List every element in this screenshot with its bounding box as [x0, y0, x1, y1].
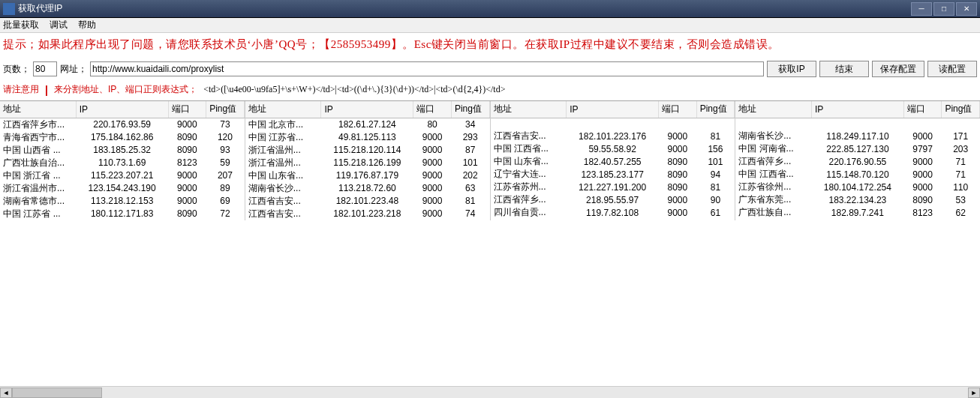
- table-row[interactable]: 中国 山西省 ...183.185.25.32809093: [0, 144, 244, 157]
- table-row[interactable]: 中国 北京市...182.61.27.1248034: [245, 118, 489, 131]
- table-row[interactable]: 江西省萍乡...218.95.55.97900090: [491, 193, 735, 206]
- table-row[interactable]: 浙江省温州...115.218.126.1999000101: [245, 157, 489, 169]
- save-config-button[interactable]: 保存配置: [872, 61, 924, 77]
- table-row[interactable]: 中国 江苏省...49.81.125.1139000293: [245, 131, 489, 144]
- table-row[interactable]: 青海省西宁市...175.184.162.868090120: [0, 131, 244, 144]
- cell-port: 8090: [903, 193, 942, 206]
- stop-button[interactable]: 结束: [819, 61, 869, 77]
- cell-ping: 202: [451, 169, 489, 182]
- table-row[interactable]: [735, 118, 979, 130]
- url-label: 网址；: [60, 63, 87, 76]
- horizontal-scrollbar[interactable]: ◄ ►: [0, 386, 980, 398]
- table-row[interactable]: 中国 江西省...115.148.70.120900071: [735, 168, 979, 181]
- table-row[interactable]: 辽宁省大连...123.185.23.177809094: [491, 168, 735, 181]
- table-row[interactable]: 四川省自贡...119.7.82.108900061: [491, 206, 735, 219]
- column-header-port[interactable]: 端口: [413, 101, 452, 118]
- url-input[interactable]: [90, 61, 764, 76]
- cell-addr: 江西省萍乡市...: [0, 118, 76, 131]
- column-header-port[interactable]: 端口: [168, 101, 206, 118]
- cell-ip: 115.148.70.120: [811, 168, 903, 181]
- cell-port: 9797: [903, 142, 942, 155]
- table-row[interactable]: 广西壮族自...182.89.7.241812362: [735, 206, 979, 219]
- cell-ip: 182.101.223.48: [321, 195, 413, 208]
- column-header-ip[interactable]: IP: [567, 101, 659, 118]
- column-header-port[interactable]: 端口: [659, 101, 697, 118]
- cell-port: 9000: [903, 181, 942, 193]
- column-header-ping[interactable]: Ping值: [696, 101, 735, 118]
- cell-ping: 293: [451, 131, 489, 144]
- pages-label: 页数；: [3, 63, 30, 76]
- column-header-ping[interactable]: Ping值: [206, 101, 245, 118]
- table-row[interactable]: 中国 山东省...119.176.87.1799000202: [245, 169, 489, 182]
- close-button[interactable]: ✕: [956, 2, 977, 16]
- cell-ping: 101: [451, 157, 489, 169]
- column-header-ip[interactable]: IP: [811, 101, 903, 118]
- table-row[interactable]: 浙江省温州...115.218.120.114900087: [245, 144, 489, 157]
- table-row[interactable]: 江西省吉安...182.101.223.218900074: [245, 208, 489, 220]
- cell-port: 9000: [168, 118, 206, 131]
- table-row[interactable]: [491, 118, 735, 130]
- cell-port: 8090: [168, 144, 206, 157]
- column-header-ping[interactable]: Ping值: [942, 101, 980, 118]
- maximize-button[interactable]: □: [933, 2, 954, 16]
- cell-ip: 119.7.82.108: [567, 206, 659, 219]
- cell-addr: 广西壮族自治...: [0, 157, 76, 169]
- pages-input[interactable]: [33, 61, 57, 76]
- table-row[interactable]: 中国 江西省...59.55.58.929000156: [491, 142, 735, 155]
- table-row[interactable]: 江西省吉安...182.101.223.176900081: [491, 130, 735, 142]
- scrollbar-thumb[interactable]: [12, 388, 102, 398]
- table-row[interactable]: 江苏省苏州...121.227.191.200809081: [491, 181, 735, 193]
- table-row[interactable]: 中国 山东省...182.40.57.2558090101: [491, 155, 735, 168]
- cell-addr: 中国 山东省...: [491, 155, 567, 168]
- cell-addr: 江西省萍乡...: [735, 155, 811, 168]
- cell-port: 9000: [659, 130, 697, 142]
- scroll-left-arrow[interactable]: ◄: [0, 388, 12, 398]
- table-row[interactable]: 中国 河南省...222.85.127.1309797203: [735, 142, 979, 155]
- cell-ip: 123.185.23.177: [567, 168, 659, 181]
- column-header-ip[interactable]: IP: [321, 101, 413, 118]
- cell-addr: 江西省吉安...: [245, 208, 321, 220]
- cell-port: 9000: [903, 168, 942, 181]
- cell-ip: 218.95.55.97: [567, 193, 659, 206]
- table-row[interactable]: 湖南省长沙...113.218.72.60900063: [245, 182, 489, 195]
- menu-help[interactable]: 帮助: [78, 19, 96, 31]
- cell-port: 80: [413, 118, 452, 131]
- cell-ping: 81: [696, 181, 735, 193]
- cell-ip: 183.185.25.32: [76, 144, 168, 157]
- column-header-addr[interactable]: 地址: [491, 101, 567, 118]
- column-header-port[interactable]: 端口: [903, 101, 942, 118]
- cell-addr: 浙江省温州市...: [0, 182, 76, 195]
- cell-ping: 171: [942, 130, 980, 142]
- menu-batch[interactable]: 批量获取: [3, 19, 39, 31]
- column-header-addr[interactable]: 地址: [735, 101, 811, 118]
- read-config-button[interactable]: 读配置: [927, 61, 977, 77]
- column-header-ping[interactable]: Ping值: [451, 101, 489, 118]
- column-header-addr[interactable]: 地址: [245, 101, 321, 118]
- table-row[interactable]: 广东省东莞...183.22.134.23809053: [735, 193, 979, 206]
- form-row: 页数； 网址； 获取IP 结束 保存配置 读配置: [0, 59, 980, 79]
- cell-port: 8090: [168, 208, 206, 220]
- table-row[interactable]: 浙江省温州市...123.154.243.190900089: [0, 182, 244, 195]
- attention-label: 请注意用: [3, 83, 39, 96]
- table-row[interactable]: 中国 江苏省 ...180.112.171.83809072: [0, 208, 244, 220]
- scroll-right-arrow[interactable]: ►: [968, 388, 980, 398]
- cell-addr: 中国 河南省...: [735, 142, 811, 155]
- menu-debug[interactable]: 调试: [50, 19, 68, 31]
- table-row[interactable]: 江西省萍乡市...220.176.93.59900073: [0, 118, 244, 131]
- table-row[interactable]: 中国 浙江省 ...115.223.207.219000207: [0, 169, 244, 182]
- column-header-addr[interactable]: 地址: [0, 101, 76, 118]
- minimize-button[interactable]: ─: [911, 2, 932, 16]
- cell-ping: 120: [206, 131, 245, 144]
- table-row[interactable]: 江西省萍乡...220.176.90.55900071: [735, 155, 979, 168]
- table-row[interactable]: 湖南省常德市...113.218.12.153900069: [0, 195, 244, 208]
- cell-port: 9000: [903, 155, 942, 168]
- table-row[interactable]: 湖南省长沙...118.249.117.109000171: [735, 130, 979, 142]
- column-header-ip[interactable]: IP: [76, 101, 168, 118]
- cell-ip: 180.104.172.254: [811, 181, 903, 193]
- table-row[interactable]: 江西省吉安...182.101.223.48900081: [245, 195, 489, 208]
- table-row[interactable]: 广西壮族自治...110.73.1.69812359: [0, 157, 244, 169]
- table-row[interactable]: 江苏省徐州...180.104.172.2549000110: [735, 181, 979, 193]
- cell-ip: 175.184.162.86: [76, 131, 168, 144]
- get-ip-button[interactable]: 获取IP: [767, 61, 816, 77]
- cell-port: 8090: [659, 168, 697, 181]
